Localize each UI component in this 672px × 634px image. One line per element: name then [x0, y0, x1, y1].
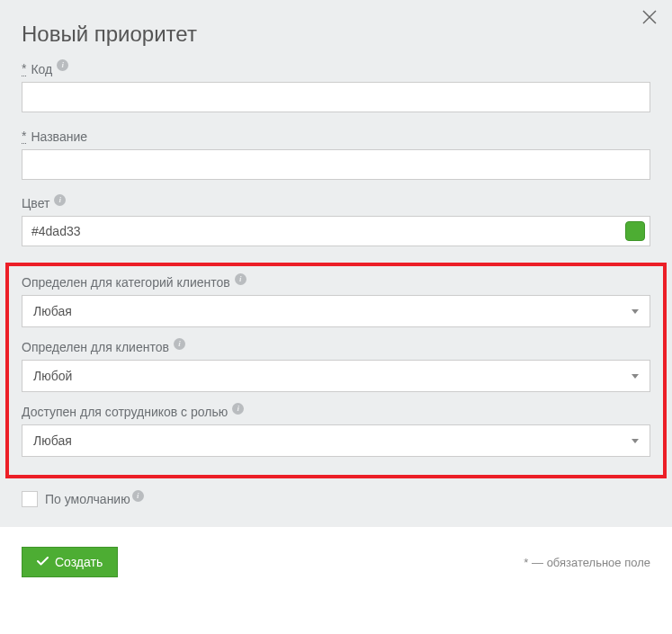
roles-label-text: Доступен для сотрудников с ролью [22, 405, 228, 419]
clients-label: Определен для клиентов i [22, 340, 650, 354]
highlighted-section: Определен для категорий клиентов i Любая… [5, 263, 667, 478]
info-icon[interactable]: i [54, 194, 66, 206]
roles-select[interactable]: Любая [22, 424, 650, 457]
modal-footer: Создать * — обязательное поле [0, 527, 672, 597]
new-priority-modal: Новый приоритет * Код i * Название Цвет … [0, 0, 672, 597]
close-icon [641, 9, 658, 25]
info-icon[interactable]: i [232, 403, 244, 415]
color-label: Цвет i [22, 196, 650, 210]
chevron-down-icon [632, 309, 639, 314]
info-icon[interactable]: i [57, 59, 68, 71]
client-categories-select[interactable]: Любая [22, 295, 650, 327]
roles-label: Доступен для сотрудников с ролью i [22, 405, 650, 419]
field-client-categories: Определен для категорий клиентов i Любая [22, 275, 650, 327]
field-color: Цвет i [22, 196, 650, 246]
code-input[interactable] [22, 82, 650, 112]
info-icon[interactable]: i [132, 490, 144, 502]
field-roles: Доступен для сотрудников с ролью i Любая [22, 405, 650, 457]
color-input-wrap [22, 216, 650, 246]
check-icon [37, 555, 49, 569]
color-swatch[interactable] [625, 221, 645, 241]
field-name: * Название [22, 129, 650, 180]
default-checkbox-row: По умолчанию i [22, 491, 650, 507]
required-note: * — обязательное поле [524, 556, 650, 569]
create-button[interactable]: Создать [22, 547, 118, 577]
roles-value: Любая [33, 433, 632, 448]
modal-body: Новый приоритет * Код i * Название Цвет … [0, 0, 672, 527]
name-label: * Название [22, 129, 650, 144]
color-label-text: Цвет [22, 196, 49, 210]
info-icon[interactable]: i [174, 338, 185, 350]
chevron-down-icon [632, 439, 639, 443]
code-label: * Код i [22, 61, 650, 76]
required-star: * [22, 129, 26, 144]
chevron-down-icon [632, 374, 639, 379]
default-checkbox[interactable] [22, 491, 38, 507]
modal-title: Новый приоритет [22, 22, 650, 47]
client-categories-value: Любая [33, 304, 632, 318]
client-categories-label: Определен для категорий клиентов i [22, 275, 650, 290]
info-icon[interactable]: i [235, 273, 246, 285]
clients-value: Любой [33, 369, 632, 383]
field-clients: Определен для клиентов i Любой [22, 340, 650, 392]
required-star: * [22, 61, 26, 76]
clients-label-text: Определен для клиентов [22, 340, 169, 354]
client-categories-label-text: Определен для категорий клиентов [22, 275, 230, 290]
color-input[interactable] [22, 216, 650, 246]
create-button-label: Создать [55, 555, 103, 569]
field-code: * Код i [22, 61, 650, 112]
name-input[interactable] [22, 149, 650, 180]
close-button[interactable] [641, 9, 659, 27]
clients-select[interactable]: Любой [22, 360, 650, 392]
default-label: По умолчанию i [45, 492, 144, 506]
code-label-text: Код [31, 62, 52, 76]
name-label-text: Название [31, 129, 87, 144]
default-label-text: По умолчанию [45, 492, 130, 506]
